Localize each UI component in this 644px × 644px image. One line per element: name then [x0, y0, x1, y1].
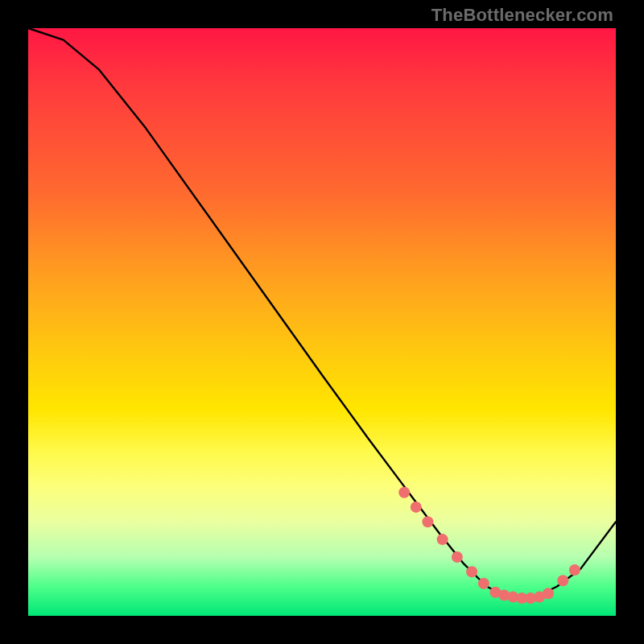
chart-frame: TheBottlenecker.com	[0, 0, 644, 644]
marker-point	[422, 516, 433, 527]
marker-point	[557, 575, 568, 586]
bottleneck-curve	[28, 28, 616, 598]
plot-area	[28, 28, 616, 616]
marker-point	[411, 502, 422, 513]
attribution-label: TheBottlenecker.com	[431, 5, 613, 26]
marker-point	[569, 564, 580, 576]
marker-point	[437, 534, 448, 545]
marker-group	[398, 487, 580, 604]
marker-point	[478, 578, 489, 589]
marker-point	[452, 551, 463, 563]
marker-point	[466, 566, 477, 577]
marker-point	[398, 487, 410, 498]
curve-layer	[28, 28, 616, 616]
marker-point	[543, 588, 554, 599]
